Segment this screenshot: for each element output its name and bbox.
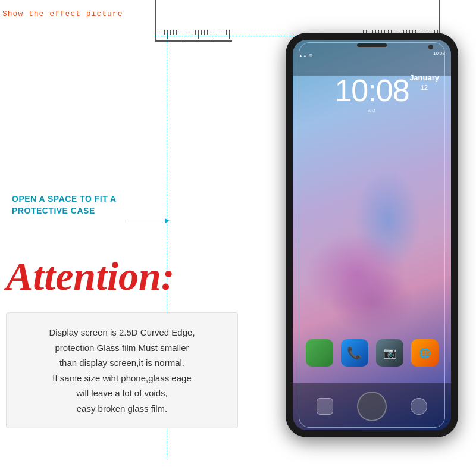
app-grid: 📞 📷 🌐 [293, 329, 451, 377]
phone-bottom-bar [293, 383, 451, 430]
description-text: Display screen is 2.5D Curved Edge, prot… [21, 325, 223, 416]
phone-outer: ▲▲ ≋ 10:08 10:08 AM January 12 📞 📷 [286, 33, 458, 437]
phone-camera [428, 45, 433, 49]
signal-icon: ▲▲ [299, 54, 307, 58]
phone-screen: ▲▲ ≋ 10:08 10:08 AM January 12 📞 📷 [293, 40, 451, 430]
status-icons-left: ▲▲ ≋ [299, 51, 312, 60]
time-label: AM [293, 108, 451, 114]
app-icon-browser: 🌐 [411, 339, 439, 367]
date-display: January 12 [409, 73, 439, 93]
description-box: Display screen is 2.5D Curved Edge, prot… [6, 312, 238, 428]
open-space-label: OPEN A SPACE TO FIT A PROTECTIVE CASE [12, 193, 119, 217]
status-bar: ▲▲ ≋ 10:08 [293, 51, 451, 60]
status-time: 10:08 [433, 51, 445, 60]
date-month: January [409, 73, 439, 83]
show-effect-label: Show the effect picture [2, 10, 123, 18]
arrow-line [125, 221, 170, 221]
left-content: OPEN A SPACE TO FIT A PROTECTIVE CASE At… [0, 33, 256, 473]
attention-heading: Attention: [6, 253, 174, 300]
app-icon-phone: 📞 [341, 339, 368, 367]
wifi-icon: ≋ [309, 53, 312, 58]
nav-back [317, 398, 333, 415]
phone-speaker [357, 43, 387, 47]
nav-home [357, 392, 387, 421]
app-icon-camera: 📷 [376, 339, 403, 367]
phone-mockup: ▲▲ ≋ 10:08 10:08 AM January 12 📞 📷 [286, 33, 458, 437]
nav-recent [411, 398, 427, 415]
app-icon-messages [306, 339, 333, 367]
date-day: 12 [409, 83, 439, 92]
